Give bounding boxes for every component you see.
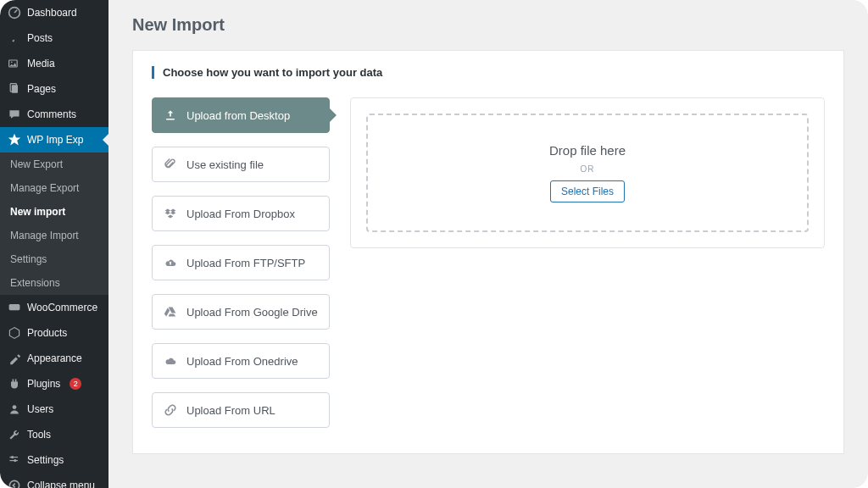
cloud-icon xyxy=(163,354,178,368)
method-label: Upload From Onedrive xyxy=(186,355,298,368)
sidebar-collapse[interactable]: Collapse menu xyxy=(0,473,108,488)
sidebar-item-products[interactable]: Products xyxy=(0,320,108,346)
svg-rect-3 xyxy=(12,85,18,93)
sidebar-label: Media xyxy=(27,58,55,69)
pin-icon xyxy=(8,31,21,45)
sidebar-label: Appearance xyxy=(27,352,82,364)
select-files-button[interactable]: Select Files xyxy=(550,180,625,202)
media-icon xyxy=(8,57,21,70)
import-panel: Choose how you want to import your data … xyxy=(132,50,844,454)
collapse-icon xyxy=(8,479,21,488)
sidebar-label: WP Imp Exp xyxy=(27,134,83,146)
sidebar-label: Comments xyxy=(27,108,76,120)
plugins-badge: 2 xyxy=(70,378,81,390)
method-google-drive[interactable]: Upload From Google Drive xyxy=(152,294,330,330)
sidebar-sub-new-export[interactable]: New Export xyxy=(0,152,108,176)
products-icon xyxy=(8,326,21,340)
sidebar-label: Dashboard xyxy=(27,7,77,19)
method-ftp[interactable]: Upload From FTP/SFTP xyxy=(152,245,330,280)
settings-icon xyxy=(8,453,21,467)
method-upload-desktop[interactable]: Upload from Desktop xyxy=(152,97,330,133)
appearance-icon xyxy=(8,352,21,365)
sidebar-sub-extensions[interactable]: Extensions xyxy=(0,271,108,295)
method-url[interactable]: Upload From URL xyxy=(152,392,330,428)
svg-rect-6 xyxy=(9,457,18,458)
sidebar-label: Tools xyxy=(27,429,51,441)
sidebar-label: Pages xyxy=(27,83,56,95)
tools-icon xyxy=(8,428,21,441)
method-onedrive[interactable]: Upload From Onedrive xyxy=(152,343,330,379)
section-heading: Choose how you want to import your data xyxy=(152,66,825,79)
method-label: Upload From URL xyxy=(186,404,275,417)
sidebar-sub-manage-export[interactable]: Manage Export xyxy=(0,176,108,200)
comments-icon xyxy=(8,108,21,121)
svg-rect-7 xyxy=(9,460,18,461)
svg-point-9 xyxy=(14,459,16,462)
method-label: Upload From Google Drive xyxy=(186,306,318,319)
dropzone-or: OR xyxy=(581,164,595,174)
main-content: New Import Choose how you want to import… xyxy=(108,0,868,488)
dropzone-title: Drop file here xyxy=(549,143,626,158)
file-dropzone[interactable]: Drop file here OR Select Files xyxy=(366,114,809,232)
sidebar-label: Settings xyxy=(27,454,64,466)
svg-rect-4 xyxy=(9,304,20,310)
sidebar-item-dashboard[interactable]: Dashboard xyxy=(0,0,108,25)
sidebar-label: WooCommerce xyxy=(27,302,97,313)
sidebar-item-posts[interactable]: Posts xyxy=(0,25,108,51)
sidebar-label: Plugins xyxy=(27,378,60,390)
sidebar-item-pages[interactable]: Pages xyxy=(0,76,108,102)
sidebar-item-plugins[interactable]: Plugins 2 xyxy=(0,371,108,396)
admin-sidebar: Dashboard Posts Media Pages Comments WP … xyxy=(0,0,108,488)
star-icon xyxy=(8,133,21,147)
sidebar-label: Users xyxy=(27,403,53,415)
sidebar-item-users[interactable]: Users xyxy=(0,396,108,422)
method-label: Upload from Desktop xyxy=(186,109,290,122)
sidebar-label: Collapse menu xyxy=(27,480,95,488)
attachment-icon xyxy=(163,158,178,171)
sidebar-sub-manage-import[interactable]: Manage Import xyxy=(0,224,108,247)
cloud-upload-icon xyxy=(163,256,178,269)
method-label: Upload From Dropbox xyxy=(186,208,295,220)
method-label: Use existing file xyxy=(186,158,264,171)
woocommerce-icon xyxy=(8,301,21,314)
sidebar-sub-settings[interactable]: Settings xyxy=(0,247,108,271)
sidebar-item-settings[interactable]: Settings xyxy=(0,447,108,473)
google-drive-icon xyxy=(163,305,178,319)
page-title: New Import xyxy=(132,15,844,35)
sidebar-sub-new-import[interactable]: New import xyxy=(0,200,108,224)
sidebar-label: Products xyxy=(27,327,67,339)
dropzone-container: Drop file here OR Select Files xyxy=(350,97,825,248)
pages-icon xyxy=(8,82,21,96)
link-icon xyxy=(163,403,178,417)
upload-icon xyxy=(163,108,178,122)
sidebar-label: Posts xyxy=(27,32,53,44)
svg-point-8 xyxy=(11,456,14,458)
plugins-icon xyxy=(8,377,21,391)
sidebar-item-comments[interactable]: Comments xyxy=(0,102,108,127)
dashboard-icon xyxy=(8,6,21,19)
sidebar-item-wpimpexp[interactable]: WP Imp Exp xyxy=(0,127,108,152)
method-label: Upload From FTP/SFTP xyxy=(186,257,305,269)
method-existing-file[interactable]: Use existing file xyxy=(152,147,330,182)
dropbox-icon xyxy=(163,207,178,220)
svg-point-5 xyxy=(13,405,17,409)
sidebar-item-media[interactable]: Media xyxy=(0,51,108,76)
sidebar-item-tools[interactable]: Tools xyxy=(0,422,108,447)
sidebar-item-woocommerce[interactable]: WooCommerce xyxy=(0,295,108,320)
users-icon xyxy=(8,402,21,416)
import-method-list: Upload from Desktop Use existing file Up… xyxy=(152,97,330,428)
method-dropbox[interactable]: Upload From Dropbox xyxy=(152,196,330,231)
sidebar-item-appearance[interactable]: Appearance xyxy=(0,346,108,371)
